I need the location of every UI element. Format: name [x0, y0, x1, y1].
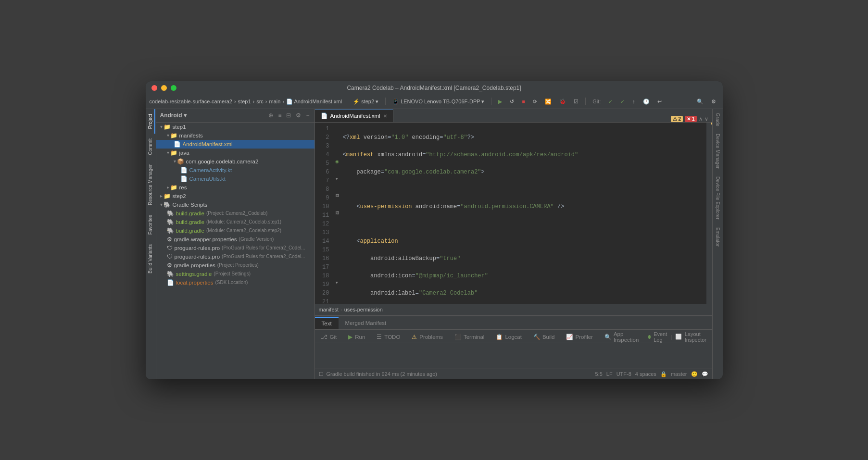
tab-text[interactable]: Text: [315, 317, 339, 329]
sidebar-item-project[interactable]: Project: [146, 109, 155, 134]
git-check-button[interactable]: ✓: [605, 98, 616, 106]
tab-androidmanifest[interactable]: 📄 AndroidManifest.xml ✕: [315, 110, 393, 122]
fold-column: ◉ ▾ 🖼 🖼 ▾: [333, 123, 341, 304]
coverage-button[interactable]: ☑: [571, 98, 581, 106]
tree-item-local-properties[interactable]: 📄 local.properties (SDK Location): [156, 278, 314, 287]
sidebar-item-grade[interactable]: Grade: [714, 109, 722, 130]
tool-tab-run[interactable]: ▶ Run: [342, 330, 371, 343]
branch-dropdown[interactable]: ⚡ step2 ▾: [350, 98, 381, 106]
tab-close-button[interactable]: ✕: [383, 113, 387, 119]
profiler-button[interactable]: 🔀: [542, 98, 554, 106]
breadcrumb-part-3[interactable]: src: [256, 99, 264, 104]
panel-filter-icon[interactable]: ⊟: [285, 111, 292, 120]
tool-tab-app-inspection[interactable]: 🔍 App Inspection: [599, 330, 644, 343]
notifications-icon[interactable]: 💬: [702, 371, 708, 377]
tool-tab-logcat[interactable]: 📋 Logcat: [490, 330, 528, 343]
maximize-button[interactable]: [171, 85, 176, 91]
device-dropdown[interactable]: 📱 LENOVO Lenovo TB-Q706F-DPP ▾: [390, 98, 487, 106]
panel-list-icon[interactable]: ≡: [277, 111, 282, 120]
git-undo-button[interactable]: ↩: [654, 98, 665, 106]
panel-scope-icon[interactable]: ⊕: [267, 111, 274, 120]
cursor-position[interactable]: 5:5: [595, 371, 603, 377]
minimize-button[interactable]: [161, 85, 167, 91]
breadcrumb-manifest[interactable]: manifest: [319, 307, 339, 312]
tree-item-cameraactivity[interactable]: 📄 CameraActivity.kt: [156, 166, 314, 174]
proguard-icon: 🛡: [167, 245, 173, 251]
tool-tab-profiler[interactable]: 📈 Profiler: [560, 330, 598, 343]
tree-item-res[interactable]: ▸ 📁 res: [156, 183, 314, 192]
git-check2-button[interactable]: ✓: [617, 98, 628, 106]
stop-button[interactable]: ■: [519, 98, 528, 105]
layout-inspector-label[interactable]: Layout Inspector: [685, 331, 708, 343]
panel-settings-icon[interactable]: ⚙: [295, 111, 302, 120]
nav-up[interactable]: ∧: [699, 116, 703, 122]
breadcrumb: codelab-resizable-surface-camera2 › step…: [150, 99, 342, 105]
git-push-button[interactable]: ↑: [629, 98, 638, 105]
tab-merged-manifest[interactable]: Merged Manifest: [339, 317, 393, 329]
tool-tab-terminal[interactable]: ⬛ Terminal: [449, 330, 490, 343]
error-count[interactable]: ✕ 1: [685, 116, 696, 122]
breadcrumb-part-5[interactable]: 📄 AndroidManifest.xml: [286, 99, 342, 105]
status-right: 5:5 LF UTF-8 4 spaces 🔒 master 🙂 💬: [595, 371, 708, 377]
tool-tab-problems[interactable]: ⚠ Problems: [406, 330, 449, 343]
run-button[interactable]: ▶: [495, 98, 505, 106]
tree-item-manifests[interactable]: ▾ 📁 manifests: [156, 131, 314, 140]
terminal-label: Terminal: [464, 334, 484, 340]
panel-header: Android ▾ ⊕ ≡ ⊟ ⚙ −: [156, 109, 314, 123]
tree-arrow: ▸: [167, 185, 169, 190]
tool-tab-todo[interactable]: ☰ TODO: [371, 330, 406, 343]
tree-item-gradle-wrapper[interactable]: ⚙ gradle-wrapper.properties (Gradle Vers…: [156, 235, 314, 244]
tree-item-settings-gradle[interactable]: 🐘 settings.gradle (Project Settings): [156, 270, 314, 278]
tree-item-gradle-properties[interactable]: ⚙ gradle.properties (Project Properties): [156, 261, 314, 270]
tree-item-java[interactable]: ▾ 📁 java: [156, 149, 314, 157]
tree-item-step2[interactable]: ▸ 📁 step2: [156, 192, 314, 200]
breadcrumb-part-2[interactable]: step1: [238, 99, 251, 104]
tree-item-proguard-2[interactable]: 🛡 proguard-rules.pro (ProGuard Rules for…: [156, 252, 314, 261]
tree-item-build-gradle-project[interactable]: 🐘 build.gradle (Project: Camera2_Codelab…: [156, 209, 314, 218]
breadcrumb-uses-permission[interactable]: uses-permission: [344, 307, 383, 312]
file-tree: ▾ 📁 step1 ▾ 📁 manifests 📄 AndroidManifes: [156, 123, 314, 379]
settings-button[interactable]: ⚙: [708, 98, 719, 106]
tree-item-build-gradle-step1[interactable]: 🐘 build.gradle (Module: Camera2_Codelab.…: [156, 218, 314, 226]
panel-close-icon[interactable]: −: [305, 111, 310, 120]
sidebar-item-resource[interactable]: Resource Manager: [146, 160, 155, 210]
sidebar-item-favorites[interactable]: Favorites: [146, 210, 155, 239]
sidebar-item-build[interactable]: Build Variants: [146, 239, 155, 278]
line-ending[interactable]: LF: [606, 371, 613, 377]
sync-button[interactable]: ⟳: [530, 98, 540, 106]
scrollbar-gutter[interactable]: [706, 123, 712, 304]
bottom-panel: Text Merged Manifest ⎇ Git ▶ Run ☰ T: [315, 316, 712, 369]
sidebar-item-commit[interactable]: Commit: [146, 134, 155, 160]
panel-title[interactable]: Android ▾: [160, 112, 265, 119]
sidebar-item-emulator[interactable]: Emulator: [714, 224, 722, 250]
tree-item-step1[interactable]: ▾ 📁 step1: [156, 123, 314, 131]
rerun-button[interactable]: ↺: [507, 98, 517, 106]
event-log-label[interactable]: Event Log: [654, 331, 668, 343]
close-button[interactable]: [151, 85, 157, 91]
tree-item-build-gradle-step2[interactable]: 🐘 build.gradle (Module: Camera2_Codelab.…: [156, 226, 314, 235]
editor-area: 📄 AndroidManifest.xml ✕ ⚠ 2 ✕ 1 ∧ ∨ 1234: [315, 109, 712, 379]
sidebar-item-device-manager[interactable]: Device Manager: [714, 130, 722, 173]
git-history-button[interactable]: 🕐: [640, 98, 653, 106]
breadcrumb-part-4[interactable]: main: [269, 99, 281, 104]
indent[interactable]: 4 spaces: [635, 371, 656, 377]
debug-button[interactable]: 🐞: [556, 98, 569, 106]
tree-item-proguard-1[interactable]: 🛡 proguard-rules.pro (ProGuard Rules for…: [156, 244, 314, 252]
branch-status[interactable]: master: [671, 371, 687, 377]
tree-label: proguard-rules.pro: [175, 254, 220, 260]
tree-item-package[interactable]: ▾ 📦 com.google.codelab.camera2: [156, 157, 314, 166]
tool-tab-git[interactable]: ⎇ Git: [315, 330, 343, 343]
tool-tab-build[interactable]: 🔨 Build: [528, 330, 561, 343]
warning-count[interactable]: ⚠ 2: [671, 116, 683, 122]
tree-item-gradle-scripts[interactable]: ▾ 🐘 Gradle Scripts: [156, 200, 314, 209]
search-button[interactable]: 🔍: [694, 98, 706, 106]
breadcrumb-part-1[interactable]: codelab-resizable-surface-camera2: [150, 99, 232, 104]
encoding[interactable]: UTF-8: [616, 371, 631, 377]
tree-arrow: ▾: [167, 133, 169, 138]
code-content[interactable]: <?xml version="1.0" encoding="utf-8"?> <…: [341, 123, 706, 304]
tree-item-androidmanifest[interactable]: 📄 AndroidManifest.xml: [156, 140, 314, 149]
nav-down[interactable]: ∨: [704, 116, 708, 122]
sidebar-item-device-file-explorer[interactable]: Device File Explorer: [714, 173, 722, 223]
right-side-tabs: Grade Device Manager Device File Explore…: [712, 109, 723, 379]
tree-item-camerautils[interactable]: 📄 CameraUtils.kt: [156, 174, 314, 183]
